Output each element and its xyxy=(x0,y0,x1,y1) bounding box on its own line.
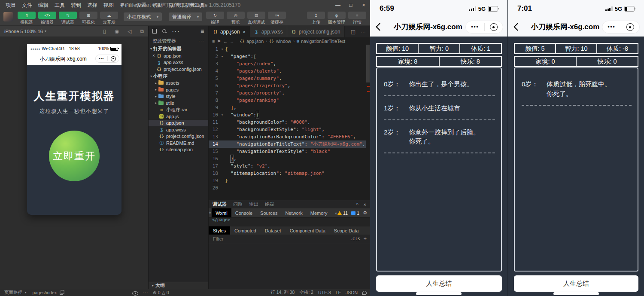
menu-item-设置[interactable]: 设置 xyxy=(133,0,149,10)
open-editor-item[interactable]: ×{}app.json xyxy=(149,52,208,59)
menu-item-选择[interactable]: 选择 xyxy=(84,0,100,10)
open-editors-section[interactable]: ▾ 打开的编辑器 xyxy=(149,45,208,52)
close-icon[interactable]: × xyxy=(243,29,245,34)
devtools-tab-Sources[interactable]: Sources xyxy=(256,208,281,217)
exit-target-icon[interactable] xyxy=(485,23,503,31)
menu-item-视图[interactable]: 视图 xyxy=(100,0,117,10)
file-item[interactable]: {}project.config.json xyxy=(149,133,208,140)
collapse-sidebar-icon[interactable]: ≣ xyxy=(200,28,204,34)
toolbar-button-详情[interactable]: ≡详情 xyxy=(348,12,366,25)
messages-badge[interactable]: 1 xyxy=(351,211,359,216)
outline-section[interactable]: ▸ 大纲 xyxy=(149,282,208,289)
styles-tab-Component-Data[interactable]: Component Data xyxy=(286,226,330,235)
project-root-section[interactable]: ▾ 小程序 xyxy=(149,73,208,80)
file-item[interactable]: {}sitemap.json xyxy=(149,146,208,153)
menu-item-编辑[interactable]: 编辑 xyxy=(35,0,52,10)
toolbar-button-调试器[interactable]: ⇆调试器 xyxy=(59,12,77,25)
menu-item-转到[interactable]: 转到 xyxy=(68,0,84,10)
folder-item[interactable]: ▸assets xyxy=(149,80,208,87)
menu-item-工具[interactable]: 工具 xyxy=(52,0,68,10)
folder-item[interactable]: ▸utils xyxy=(149,100,208,107)
warnings-badge[interactable]: 11 xyxy=(337,211,348,216)
statusbar-item[interactable]: LF xyxy=(336,290,341,295)
nav-back-icon[interactable]: ← xyxy=(223,39,228,44)
toolbar-button-云开发[interactable]: ☁云开发 xyxy=(100,12,118,25)
devtools-tab-Network[interactable]: Network xyxy=(281,208,306,217)
devtools-tab-Console[interactable]: Console xyxy=(231,208,256,217)
styles-tab-Dataset[interactable]: Dataset xyxy=(261,226,286,235)
menu-item-界面[interactable]: 界面 xyxy=(117,0,133,10)
life-summary-button[interactable]: 人生总结 xyxy=(514,275,638,292)
styles-tab-Styles[interactable]: Styles xyxy=(209,226,230,235)
statusbar-item[interactable]: JSON xyxy=(346,290,358,295)
page-path-value[interactable]: pages/index xyxy=(33,290,57,295)
toolbar-button-编译[interactable]: ↻编译 xyxy=(206,12,224,25)
explorer-more-icon[interactable]: ··· xyxy=(198,38,204,43)
toolbar-button-版本管理[interactable]: ψ版本管理 xyxy=(328,12,346,25)
toolbar-button-上传[interactable]: ↥上传 xyxy=(307,12,325,25)
toolbar-button-模拟器[interactable]: ▯模拟器 xyxy=(18,12,36,25)
more-icon[interactable]: ··· xyxy=(172,27,180,35)
tab-project.config.json[interactable]: {}project.config.json xyxy=(287,26,345,37)
multi-window-icon[interactable]: ⧉ xyxy=(140,28,144,34)
debugger-tab-问题[interactable]: 问题 xyxy=(233,201,243,208)
breadcrumb-segment[interactable]: window xyxy=(276,39,291,44)
exit-target-icon[interactable] xyxy=(108,56,119,61)
editor-scrollbar[interactable] xyxy=(366,45,370,201)
fold-icon[interactable]: ▾ xyxy=(219,111,225,119)
problems-indicator[interactable]: ⊗ 0 △ 0 xyxy=(153,290,169,295)
more-icon[interactable]: ··· xyxy=(361,29,366,35)
files-icon[interactable] xyxy=(152,29,157,34)
fold-icon[interactable]: ▾ xyxy=(219,46,225,53)
more-dots-icon[interactable]: ••• xyxy=(466,25,484,29)
toolbar-button-编辑器[interactable]: </>编辑器 xyxy=(38,12,56,25)
more-dots-icon[interactable]: ••• xyxy=(96,57,107,61)
device-selector[interactable]: iPhone 5 100% 16 xyxy=(4,29,43,34)
toolbar-button-可视化[interactable]: ⊞可视化 xyxy=(79,12,97,25)
page-path-dropdown[interactable]: 页面路径 xyxy=(4,290,22,296)
debugger-tab-调试器[interactable]: 调试器 xyxy=(213,201,227,208)
search-icon[interactable] xyxy=(162,29,166,33)
compile-mode-dropdown[interactable]: 普通编译 ▾ xyxy=(169,12,202,21)
fold-icon[interactable]: ▾ xyxy=(219,53,225,60)
file-item[interactable]: ⓘREADME.md xyxy=(149,140,208,146)
inspect-element-icon[interactable]: ⌖ xyxy=(209,208,212,217)
open-editor-item[interactable]: ʒapp.wxss xyxy=(149,59,208,66)
watch-icon[interactable] xyxy=(132,291,138,296)
statusbar-item[interactable]: UTF-8 xyxy=(318,290,331,295)
folder-item[interactable]: ▸style xyxy=(149,93,208,100)
breadcrumb-segment[interactable]: navigationBarTitleText xyxy=(301,39,345,44)
devtools-tab-Wxml[interactable]: Wxml xyxy=(212,208,231,217)
add-style-icon[interactable]: + xyxy=(364,236,367,242)
close-button[interactable]: × xyxy=(357,0,370,10)
menu-item-微信开发者工具[interactable]: 微信开发者工具 xyxy=(166,0,208,10)
user-avatar[interactable] xyxy=(3,12,13,21)
mute-icon[interactable]: ◁ xyxy=(128,28,131,34)
outline-list-icon[interactable]: ≡ xyxy=(212,39,215,44)
file-item[interactable]: ʒapp.wxss xyxy=(149,126,208,133)
back-chevron-icon[interactable] xyxy=(376,23,383,31)
scrollbar-thumb[interactable] xyxy=(366,45,370,82)
tab-app.wxss[interactable]: ʒapp.wxss xyxy=(250,26,287,37)
device-frame-icon[interactable]: ▯ xyxy=(103,28,106,34)
toolbar-button-真机调试[interactable]: ▤真机调试 xyxy=(247,12,265,25)
back-chevron-icon[interactable] xyxy=(513,23,521,31)
element-tree-strip[interactable]: </page> xyxy=(209,217,370,226)
record-icon[interactable]: ◉ xyxy=(115,28,119,34)
close-icon[interactable]: × xyxy=(151,53,156,58)
restart-button[interactable]: 立即重开 xyxy=(49,131,100,181)
file-item[interactable]: JSapp.js xyxy=(149,113,208,120)
toolbar-button-清缓存[interactable]: ≡ ▾清缓存 xyxy=(268,12,286,25)
folder-item[interactable]: ▸pages xyxy=(149,86,208,93)
file-item[interactable]: {}app.json xyxy=(149,120,208,127)
code-area[interactable]: 1▾{2▾ "pages":[3 "pages/index",4 "pages/… xyxy=(209,45,370,201)
notifications-bell-icon[interactable] xyxy=(362,291,367,294)
maximize-button[interactable]: □ xyxy=(344,0,357,10)
collapse-panel-icon[interactable]: ^ xyxy=(356,202,358,207)
debugger-tab-终端[interactable]: 终端 xyxy=(265,201,274,208)
bookmark-icon[interactable]: ⚑ xyxy=(217,39,221,44)
menu-item-项目[interactable]: 项目 xyxy=(3,0,19,10)
debugger-tab-输出[interactable]: 输出 xyxy=(249,201,258,208)
minimize-button[interactable]: — xyxy=(331,0,344,10)
toolbar-button-预览[interactable]: ◎预览 xyxy=(227,12,245,25)
